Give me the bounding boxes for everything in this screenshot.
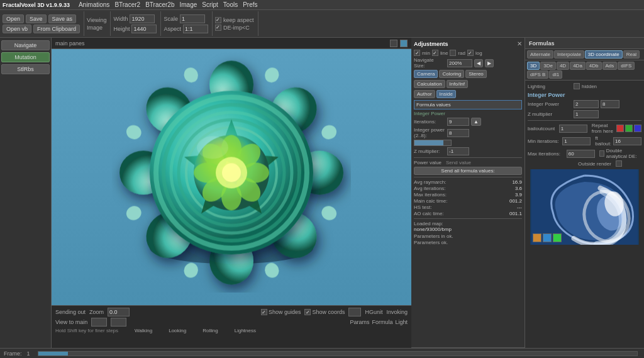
menu-animations[interactable]: Animations: [79, 1, 109, 8]
type-tab-4d[interactable]: 4D: [557, 62, 569, 70]
show-coords-checkbox[interactable]: [304, 309, 311, 315]
nav-size-btn1[interactable]: ◀: [474, 59, 483, 67]
tab-stereo[interactable]: Stereo: [465, 70, 487, 78]
type-tab-3d[interactable]: 3D: [527, 62, 540, 70]
tab-info[interactable]: Info/Inf: [447, 80, 468, 88]
mutation-button[interactable]: Mutation: [1, 52, 50, 62]
tab-alternate[interactable]: Alternate: [527, 50, 553, 59]
repeat-swatch-2[interactable]: [625, 125, 633, 132]
max-iter-input[interactable]: [567, 150, 595, 158]
scale-input[interactable]: [180, 14, 205, 23]
type-tab-dl1[interactable]: dl1: [549, 70, 562, 79]
from-clipboard-button[interactable]: From Clipboard: [33, 25, 80, 33]
repeat-swatch-1[interactable]: [616, 125, 624, 132]
formula-values-section: Formula values: [414, 100, 522, 109]
params-in-row: Parameters in ok.: [414, 233, 522, 239]
color-swatch-2[interactable]: [400, 40, 408, 47]
height-input[interactable]: [131, 25, 157, 33]
bailout-count-row: bailoutcount Repeat from here: [528, 123, 641, 134]
fp-int-power-input2[interactable]: [601, 100, 619, 108]
integer-power-input[interactable]: [447, 129, 469, 137]
rad-checkbox[interactable]: [450, 50, 456, 56]
min-iter-input[interactable]: [562, 137, 591, 145]
navigate-button[interactable]: Navigate: [1, 40, 50, 50]
adj-close[interactable]: ✕: [517, 40, 522, 47]
line-checkbox[interactable]: [432, 50, 438, 56]
view-y-input[interactable]: [111, 318, 126, 327]
zoom-label: Zoom: [89, 309, 104, 315]
tab-calculation[interactable]: Calculation: [414, 80, 445, 88]
fp-int-power-input[interactable]: [574, 100, 599, 108]
menu-image[interactable]: Image: [179, 1, 197, 8]
formula-label: Formula: [372, 319, 392, 325]
loaded-map-value: none/93000/bmp: [414, 227, 452, 232]
iterations-input[interactable]: [447, 118, 469, 126]
tab-author[interactable]: Author: [414, 90, 435, 98]
log-checkbox[interactable]: [467, 50, 474, 56]
menu-tools[interactable]: Tools: [223, 1, 238, 8]
keep-aspect-checkbox[interactable]: [215, 17, 221, 23]
tab-inside[interactable]: Inside: [436, 90, 456, 98]
double-analytical-checkbox[interactable]: [599, 150, 604, 157]
type-tab-ads[interactable]: Ads: [602, 62, 618, 70]
fp-divider: [528, 120, 641, 121]
color-swatch-1[interactable]: [390, 40, 397, 47]
type-tab-3de[interactable]: 3De: [540, 62, 556, 70]
save-as-button[interactable]: Save as: [48, 14, 77, 23]
tab-camera[interactable]: Camera: [414, 70, 438, 78]
avg-raymarch-value: 16.9: [512, 179, 522, 185]
z-mult-input[interactable]: [447, 147, 469, 155]
hgunit-input[interactable]: [348, 308, 361, 316]
nav-size-input[interactable]: [447, 59, 472, 67]
tab-interpolate[interactable]: Interpolate: [554, 50, 584, 59]
save-button[interactable]: Save: [26, 14, 47, 23]
aspect-input[interactable]: [183, 25, 208, 33]
sending-out-label: Sending out: [55, 309, 86, 315]
iterations-up[interactable]: ▲: [471, 118, 481, 126]
menu-btracer2b[interactable]: BTracer2b: [145, 1, 174, 8]
type-tab-difs[interactable]: dIFS: [618, 62, 635, 70]
tab-real[interactable]: Real: [623, 50, 640, 59]
outside-render-checkbox[interactable]: [616, 160, 622, 167]
hs-test-label: HS test:: [414, 204, 431, 210]
app-title: FractalVoxel 3D v1.9.9.33: [3, 2, 70, 8]
type-tab-difs-b[interactable]: dIFS B: [527, 70, 548, 79]
menu-btracer2[interactable]: BTracer2: [114, 1, 140, 8]
min-checkbox[interactable]: [414, 50, 420, 56]
fp-zmult-input[interactable]: [574, 110, 599, 118]
light-label: Light: [395, 319, 408, 325]
tab-coloring[interactable]: Coloring: [439, 70, 464, 78]
stlrbs-button[interactable]: StlRbs: [1, 64, 50, 74]
send-all-btn[interactable]: Send all formula values:: [414, 167, 522, 175]
type-tab-4da[interactable]: 4Da: [570, 62, 586, 70]
thumb-swatch-3[interactable]: [553, 233, 562, 242]
bailout-input[interactable]: [613, 137, 641, 145]
open-vb-button[interactable]: Open vb: [3, 25, 31, 33]
tab-3d-coordinate[interactable]: 3D coordinate: [585, 50, 623, 59]
view-x-input[interactable]: [91, 318, 107, 327]
type-tab-4db[interactable]: 4Db: [586, 62, 602, 70]
viewport-title: main panes: [55, 40, 85, 47]
bailout-count-input[interactable]: [559, 125, 587, 133]
viewport-canvas[interactable]: [52, 49, 411, 305]
open-button[interactable]: Open: [3, 14, 24, 23]
nav-size-btn2[interactable]: ▶: [485, 59, 494, 67]
repeat-swatch-3[interactable]: [634, 125, 641, 132]
dimensions-section: Width Height: [113, 11, 161, 36]
thumb-swatch-1[interactable]: [533, 233, 541, 242]
zoom-input[interactable]: [108, 308, 130, 316]
hidden-checkbox[interactable]: [574, 83, 580, 89]
frame-value: 1: [27, 350, 30, 357]
svg-point-14: [182, 65, 201, 84]
height-label: Height: [113, 26, 130, 32]
hidden-label: hidden: [582, 84, 597, 89]
power-slider[interactable]: [414, 140, 452, 146]
menu-script[interactable]: Script: [202, 1, 218, 8]
menu-prefs[interactable]: Prefs: [243, 1, 257, 8]
de-imp-checkbox[interactable]: [215, 25, 221, 31]
show-guides-checkbox[interactable]: [261, 309, 267, 315]
ao-calc-value: 001.1: [509, 211, 522, 216]
thumb-swatch-2[interactable]: [543, 233, 552, 242]
hold-shift-label: Hold Shift key for finer steps: [55, 328, 118, 333]
width-input[interactable]: [130, 14, 155, 23]
